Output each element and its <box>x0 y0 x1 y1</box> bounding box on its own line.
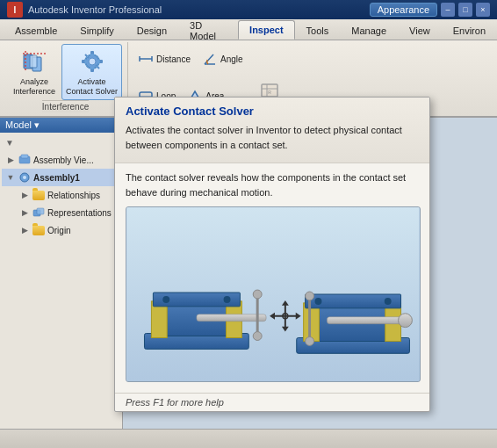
status-bar <box>0 429 497 448</box>
svg-point-52 <box>306 337 314 346</box>
angle-icon <box>201 50 219 68</box>
tab-3dmodel[interactable]: 3D Model <box>178 20 238 40</box>
relationships-icon <box>32 188 46 202</box>
tab-tools[interactable]: Tools <box>295 20 341 40</box>
tree-item-origin[interactable]: ▶ Origin <box>2 221 120 239</box>
title-bar-right: Appearance – □ × <box>370 3 490 17</box>
tab-view[interactable]: View <box>398 20 442 40</box>
assembly-view-label: Assembly Vie... <box>33 155 94 165</box>
representations-label: Representations <box>47 208 112 218</box>
angle-label: Angle <box>220 54 243 64</box>
svg-point-54 <box>315 298 322 305</box>
tree-item-assembly-view[interactable]: ▶ Assembly Vie... <box>2 151 120 169</box>
svg-rect-49 <box>327 317 405 324</box>
tab-inspect[interactable]: Inspect <box>238 20 295 40</box>
interference-buttons: AnalyzeInterference <box>9 44 122 100</box>
contact-solver-label: ActivateContact Solver <box>66 77 118 97</box>
appearance-button[interactable]: Appearance <box>370 3 437 17</box>
svg-point-42 <box>162 296 169 303</box>
svg-point-40 <box>253 332 262 341</box>
svg-text:R: R <box>269 90 272 95</box>
filter-icon: ▼ <box>5 138 14 148</box>
svg-rect-2 <box>30 55 37 68</box>
svg-rect-31 <box>37 208 44 214</box>
tooltip-title: Activate Contact Solver <box>126 105 419 118</box>
analyze-interference-label: AnalyzeInterference <box>13 77 55 97</box>
tree-item-representations[interactable]: ▶ Representations <box>2 204 120 221</box>
tree-expander-origin: ▶ <box>19 225 30 235</box>
ribbon-tabs: Assemble Simplify Design 3D Model Inspec… <box>0 19 497 40</box>
tab-design[interactable]: Design <box>126 20 178 40</box>
sidebar-header[interactable]: Model ▾ <box>0 118 122 133</box>
sidebar-tree: ▼ ▶ Assembly Vie... ▼ <box>0 133 122 429</box>
tree-item-relationships[interactable]: ▶ Relationships <box>2 186 120 204</box>
maximize-button[interactable]: □ <box>458 3 472 17</box>
tab-manage[interactable]: Manage <box>340 20 398 40</box>
tab-simplify[interactable]: Simplify <box>68 20 126 40</box>
tree-expander-assembly1: ▼ <box>5 172 16 183</box>
sidebar-header-label: Model ▾ <box>5 119 40 131</box>
tab-assemble[interactable]: Assemble <box>4 20 68 40</box>
tree-expander-assembly-view: ▶ <box>5 155 16 165</box>
tooltip-illustration <box>126 206 421 382</box>
svg-point-6 <box>89 58 96 65</box>
interference-group-label: Interference <box>42 100 89 112</box>
angle-button[interactable]: Angle <box>198 47 247 70</box>
analyze-interference-icon <box>20 47 48 76</box>
tree-expander-representations: ▶ <box>19 207 30 218</box>
minimize-button[interactable]: – <box>441 3 455 17</box>
analyze-interference-button[interactable]: AnalyzeInterference <box>9 44 60 100</box>
activate-contact-solver-button[interactable]: ActivateContact Solver <box>61 44 122 100</box>
app-logo: I <box>7 2 23 18</box>
svg-point-51 <box>306 292 314 300</box>
svg-point-43 <box>224 296 231 303</box>
assembly1-icon <box>18 170 32 184</box>
ribbon-group-interference: AnalyzeInterference <box>4 42 128 114</box>
title-bar: I Autodesk Inventor Professional Appeara… <box>0 0 497 19</box>
tooltip-paragraph2: The contact solver reveals how the compo… <box>126 170 419 199</box>
tree-item-assembly1[interactable]: ▼ Assembly1 <box>2 169 120 186</box>
origin-label: Origin <box>47 226 71 235</box>
origin-icon <box>32 223 46 237</box>
representations-icon <box>32 206 46 220</box>
assembly-view-icon <box>18 153 32 167</box>
tooltip-paragraph1: Activates the contact solver in Inventor… <box>126 123 419 152</box>
relationships-label: Relationships <box>47 191 100 200</box>
app-title: Autodesk Inventor Professional <box>28 4 162 15</box>
svg-line-18 <box>205 54 213 64</box>
distance-label: Distance <box>156 54 191 64</box>
tooltip-body: The contact solver reveals how the compo… <box>115 163 429 393</box>
svg-rect-46 <box>304 303 320 342</box>
svg-rect-27 <box>21 155 28 158</box>
tooltip-footer: Press F1 for more help <box>115 393 429 411</box>
svg-point-29 <box>23 176 26 179</box>
contact-solver-icon <box>78 47 106 76</box>
close-button[interactable]: × <box>476 3 490 17</box>
tab-environ[interactable]: Environ <box>442 20 497 40</box>
distance-icon <box>137 50 155 68</box>
svg-rect-37 <box>197 314 266 322</box>
svg-point-39 <box>253 290 262 299</box>
tooltip-popup: Activate Contact Solver Activates the co… <box>114 97 430 412</box>
svg-point-53 <box>399 314 413 328</box>
svg-point-55 <box>385 298 392 305</box>
assembly1-label: Assembly1 <box>33 173 80 183</box>
sidebar: Model ▾ ▼ ▶ Assembly Vie... ▼ <box>0 118 123 429</box>
distance-button[interactable]: Distance <box>133 47 194 70</box>
tooltip-header: Activate Contact Solver Activates the co… <box>115 98 429 163</box>
tree-expander-relationships: ▶ <box>19 190 30 200</box>
